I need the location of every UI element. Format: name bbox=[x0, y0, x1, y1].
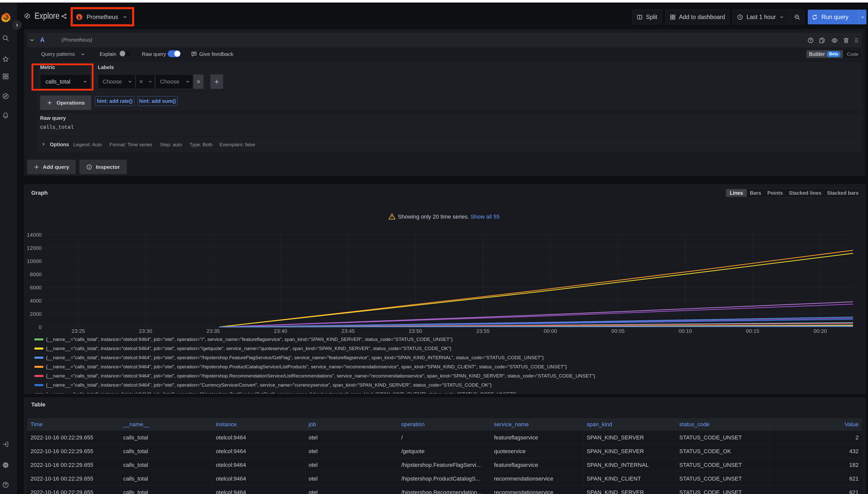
svg-text:00:15: 00:15 bbox=[746, 328, 759, 334]
svg-text:6000: 6000 bbox=[30, 285, 42, 290]
svg-text:23:30: 23:30 bbox=[139, 328, 152, 334]
svg-text:2000: 2000 bbox=[30, 311, 42, 317]
svg-text:23:55: 23:55 bbox=[476, 328, 490, 334]
svg-text:12000: 12000 bbox=[27, 245, 42, 251]
svg-text:23:45: 23:45 bbox=[342, 328, 355, 334]
svg-text:23:40: 23:40 bbox=[274, 328, 287, 334]
svg-text:4000: 4000 bbox=[30, 298, 42, 304]
svg-text:23:25: 23:25 bbox=[72, 328, 85, 334]
svg-text:00:10: 00:10 bbox=[679, 328, 692, 334]
svg-text:0: 0 bbox=[39, 324, 42, 330]
svg-text:10000: 10000 bbox=[27, 258, 42, 264]
svg-text:00:00: 00:00 bbox=[544, 328, 557, 334]
svg-text:00:05: 00:05 bbox=[611, 328, 625, 334]
svg-text:14000: 14000 bbox=[27, 232, 42, 238]
svg-text:23:50: 23:50 bbox=[409, 328, 422, 334]
svg-text:23:35: 23:35 bbox=[206, 328, 220, 334]
svg-text:8000: 8000 bbox=[30, 271, 42, 277]
svg-text:00:20: 00:20 bbox=[814, 328, 827, 334]
